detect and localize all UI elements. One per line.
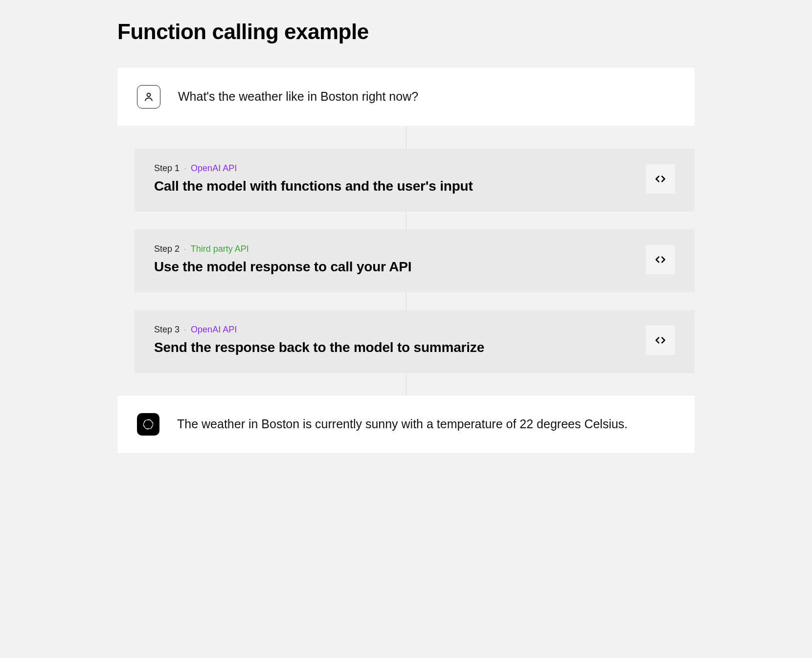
user-icon xyxy=(137,85,160,109)
step-2-label: Step 2 xyxy=(154,244,180,254)
svg-point-0 xyxy=(147,93,151,97)
step-1-label: Step 1 xyxy=(154,163,180,173)
ai-message-card: The weather in Boston is currently sunny… xyxy=(117,395,695,453)
step-2-title: Use the model response to call your API xyxy=(154,259,411,275)
user-message-text: What's the weather like in Boston right … xyxy=(178,88,418,105)
step-2-header: Step 2 · Third party API xyxy=(154,244,411,254)
code-icon xyxy=(654,173,667,185)
page-title: Function calling example xyxy=(117,20,695,44)
step-card-2: Step 2 · Third party API Use the model r… xyxy=(135,229,695,292)
user-message-card: What's the weather like in Boston right … xyxy=(117,67,695,126)
ai-message-text: The weather in Boston is currently sunny… xyxy=(177,416,628,433)
step-2-tag: Third party API xyxy=(191,244,249,254)
step-1-title: Call the model with functions and the us… xyxy=(154,178,473,194)
step-card-1: Step 1 · OpenAI API Call the model with … xyxy=(135,149,695,212)
code-toggle-button[interactable] xyxy=(646,164,675,194)
code-toggle-button[interactable] xyxy=(646,245,675,274)
step-1-header: Step 1 · OpenAI API xyxy=(154,163,473,174)
step-3-label: Step 3 xyxy=(154,325,180,334)
code-icon xyxy=(654,253,667,266)
code-icon xyxy=(654,334,667,347)
step-card-3: Step 3 · OpenAI API Send the response ba… xyxy=(135,310,695,373)
step-1-tag: OpenAI API xyxy=(191,163,237,173)
assistant-icon xyxy=(137,413,159,436)
step-3-header: Step 3 · OpenAI API xyxy=(154,325,484,335)
code-toggle-button[interactable] xyxy=(646,326,675,355)
step-3-tag: OpenAI API xyxy=(191,325,237,334)
step-3-title: Send the response back to the model to s… xyxy=(154,340,484,355)
